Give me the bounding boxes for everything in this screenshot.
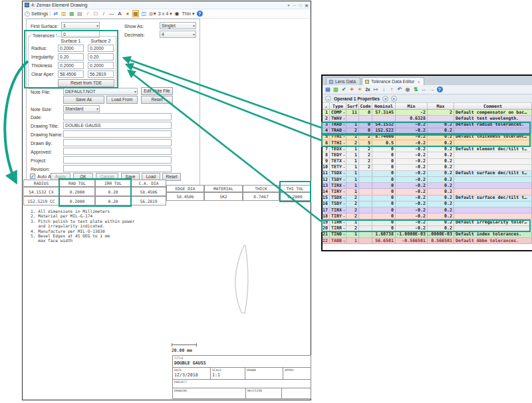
tde-cell-surf[interactable]: 1	[346, 189, 359, 194]
tde-cell-min[interactable]: -0.2	[396, 183, 428, 188]
tolerance-surface2-input[interactable]: 56.2819	[88, 70, 114, 78]
tde-cell-type[interactable]: TRAD▾	[330, 122, 346, 127]
tde-cell-type[interactable]: TRAD▾	[330, 128, 346, 134]
tde-cell-type[interactable]: TIND▾	[330, 232, 346, 237]
type-dropdown-icon[interactable]: ▾	[343, 128, 345, 134]
fill-icon[interactable]: ◉	[174, 10, 180, 17]
tde-cell-type[interactable]: TSDY▾	[330, 202, 346, 207]
tde-cell-type[interactable]: TIRR▾	[330, 226, 346, 231]
tde-cell-comment[interactable]: Default index tolerances.	[454, 232, 532, 237]
tde-cell-surf[interactable]: 2	[346, 207, 359, 213]
tde-cell-max[interactable]: 0.2	[428, 159, 454, 164]
tde-cell-surf[interactable]: 2	[346, 128, 359, 134]
sort-up-icon[interactable]: ↑	[388, 86, 395, 93]
tde-cell-type[interactable]: TSDX▾	[330, 196, 346, 201]
tolerance-surface1-input[interactable]: 0.20	[58, 53, 84, 61]
tde-cell-nominal[interactable]	[372, 116, 396, 121]
tde-cell-type[interactable]: TIRX▾	[330, 207, 346, 213]
type-dropdown-icon[interactable]: ▾	[343, 134, 345, 140]
type-dropdown-icon[interactable]: ▾	[343, 159, 345, 164]
tde-cell-code[interactable]: 2	[359, 134, 372, 140]
note-size-dropdown[interactable]: Standard▾	[63, 105, 100, 112]
tde-cell-min[interactable]: -0.2	[396, 226, 428, 231]
tde-cell-comment[interactable]	[454, 140, 532, 146]
type-dropdown-icon[interactable]: ▾	[343, 219, 345, 225]
tde-cell-surf[interactable]: 1	[346, 171, 359, 176]
tde-cell-max[interactable]	[428, 116, 454, 121]
tde-cell-code[interactable]: 2	[359, 159, 372, 164]
tolerance-surface1-input[interactable]: 0.2000	[58, 62, 84, 69]
tde-cell-max[interactable]: 0.2	[428, 219, 454, 225]
tde-cell-surf[interactable]: 1	[346, 238, 359, 243]
save-as-button[interactable]: Save As	[63, 96, 104, 104]
tab-tolerance-data-editor[interactable]: Tolerance Data Editor x	[362, 77, 424, 85]
tde-cell-surf[interactable]: 2	[346, 202, 359, 207]
tde-cell-comment[interactable]	[454, 177, 532, 182]
tde-cell-max[interactable]: 0.2	[428, 152, 454, 158]
grid-layout-icon[interactable]: ▦	[132, 10, 139, 17]
tde-cell-comment[interactable]	[454, 128, 532, 134]
tde-cell-type[interactable]: TTHI▾	[330, 140, 346, 146]
tde-cell-comment[interactable]: Default surface dec/tilt t…	[454, 171, 532, 176]
undo-icon[interactable]: ↶	[396, 86, 403, 93]
tde-cell-surf[interactable]: 1	[346, 177, 359, 182]
tde-cell-min[interactable]: -0.2	[396, 159, 428, 164]
tde-cell-nominal[interactable]: 0	[372, 171, 396, 176]
tde-cell-nominal[interactable]: 0	[372, 189, 396, 194]
tde-cell-surf[interactable]: 11	[346, 110, 359, 115]
tde-cell-surf[interactable]: 1	[346, 122, 359, 127]
tde-cell-comment[interactable]	[454, 207, 532, 213]
tde-cell-comment[interactable]	[454, 159, 532, 164]
lock-icon[interactable]: ●	[124, 10, 130, 17]
tde-cell-code[interactable]: 2	[359, 152, 372, 158]
help-icon[interactable]: ?	[197, 11, 203, 17]
tde-cell-code[interactable]	[359, 232, 372, 237]
tde-cell-comment[interactable]	[454, 213, 532, 219]
settings-button[interactable]: ⌃ Settings	[25, 11, 48, 17]
tde-cell-type[interactable]: TWAV▾	[330, 116, 346, 121]
tde-cell-nominal[interactable]: 0	[372, 165, 396, 170]
tde-cell-min[interactable]: -0.2	[396, 189, 428, 194]
chart-icon[interactable]: ▦	[68, 10, 74, 17]
sensitivity-icon[interactable]: ✦	[356, 86, 363, 93]
field-input-drawingname[interactable]	[63, 130, 172, 138]
tde-cell-nominal[interactable]: 152.522	[372, 128, 396, 134]
tde-cell-type[interactable]: TIRY▾	[330, 213, 346, 219]
tde-cell-min[interactable]: -0.2	[396, 202, 428, 207]
grid-size-dropdown[interactable]: 3 x 4 ▾	[158, 11, 172, 17]
tde-cell-type[interactable]: COMP▾	[330, 110, 346, 115]
type-dropdown-icon[interactable]: ▾	[343, 202, 345, 207]
type-dropdown-icon[interactable]: ▾	[343, 116, 345, 121]
tde-cell-type[interactable]: TEDY▾	[330, 152, 346, 158]
type-dropdown-icon[interactable]: ▾	[343, 165, 345, 170]
type-dropdown-icon[interactable]: ▾	[343, 122, 345, 127]
tolerance-surface2-input[interactable]: 0.2000	[88, 62, 114, 69]
tde-cell-max[interactable]: 2	[428, 110, 454, 115]
tde-cell-min[interactable]: -0.2	[396, 219, 428, 225]
tde-cell-max[interactable]: 0.2	[428, 146, 454, 152]
pin-icon[interactable]: ▾	[287, 3, 289, 7]
tde-cell-nominal[interactable]: 0	[372, 202, 396, 207]
tolerance-surface1-input[interactable]: 0.2000	[58, 45, 84, 52]
tde-cell-code[interactable]: 0	[359, 128, 372, 134]
tde-cell-nominal[interactable]: 54.1532	[372, 122, 396, 127]
tde-cell-type[interactable]: TSDX▾	[330, 171, 346, 176]
tde-cell-max[interactable]: 0.2	[428, 189, 454, 194]
tde-cell-comment[interactable]: Default radius tolerances.	[454, 122, 532, 127]
field-input-date[interactable]	[63, 113, 172, 120]
tde-cell-surf[interactable]: 1	[346, 232, 359, 237]
tde-cell-max[interactable]: 0.2	[428, 207, 454, 213]
sort-corner-icon[interactable]: ◢	[323, 103, 330, 109]
type-dropdown-icon[interactable]: ▾	[343, 232, 345, 237]
field-input-revision[interactable]	[63, 165, 172, 172]
tde-cell-min[interactable]: -0.2	[396, 177, 428, 182]
tde-cell-code[interactable]: 2	[359, 146, 372, 152]
ring-icon[interactable]: ◎▾	[149, 10, 156, 17]
tde-cell-min[interactable]: -0.2	[396, 128, 428, 134]
tde-cell-code[interactable]	[359, 196, 372, 201]
tde-cell-max[interactable]: 0.2	[428, 122, 454, 127]
tde-cell-code[interactable]: 0	[359, 110, 372, 115]
tde-cell-surf[interactable]: 2	[346, 140, 359, 146]
tde-cell-surf[interactable]: 1	[346, 159, 359, 164]
tde-cell-type[interactable]: TETX▾	[330, 159, 346, 164]
